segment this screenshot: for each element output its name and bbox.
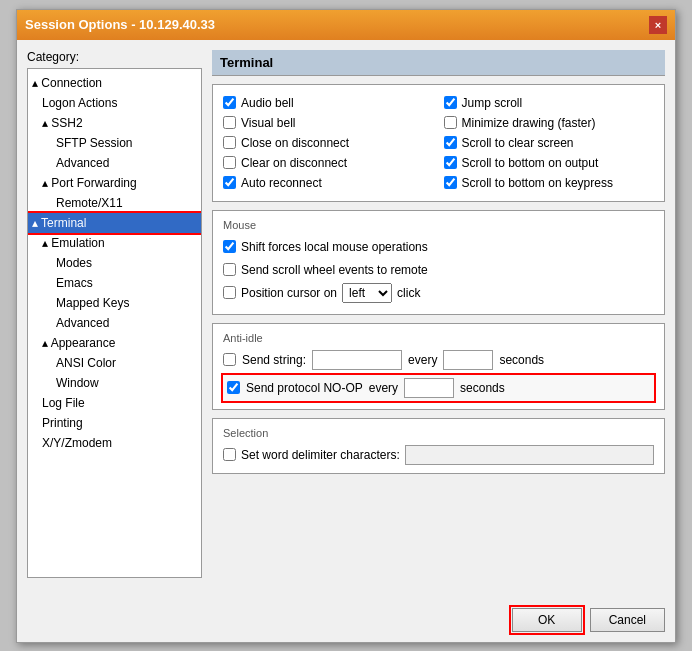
noop-every-label: every — [369, 381, 398, 395]
terminal-option: Jump scroll — [444, 93, 655, 113]
terminal-checkbox[interactable] — [444, 176, 457, 189]
position-cursor-label: Position cursor on — [241, 283, 337, 303]
tree-item-ansi-color[interactable]: ANSI Color — [28, 353, 201, 373]
tree-item-printing[interactable]: Printing — [28, 413, 201, 433]
tree-item-window[interactable]: Window — [28, 373, 201, 393]
tree-item-emulation[interactable]: ▴ Emulation — [28, 233, 201, 253]
word-delimiter-label: Set word delimiter characters: — [241, 445, 400, 465]
tree-item-connection[interactable]: ▴ Connection — [28, 73, 201, 93]
mouse-options: Shift forces local mouse operationsSend … — [223, 237, 654, 280]
click-label: click — [397, 283, 420, 303]
terminal-options-grid: Audio bellVisual bellClose on disconnect… — [223, 93, 654, 193]
mouse-option: Shift forces local mouse operations — [223, 237, 654, 257]
terminal-option-label: Audio bell — [241, 93, 294, 113]
word-delimiter-checkbox[interactable] — [223, 448, 236, 461]
mouse-section-title: Mouse — [223, 219, 654, 231]
selection-title: Selection — [223, 427, 654, 439]
send-string-seconds-input[interactable]: 300 — [443, 350, 493, 370]
ok-button[interactable]: OK — [512, 608, 582, 632]
tree-item-mapped-keys[interactable]: Mapped Keys — [28, 293, 201, 313]
anti-idle-section-box: Anti-idle Send string: every 300 seconds… — [212, 323, 665, 410]
cancel-button[interactable]: Cancel — [590, 608, 665, 632]
send-string-checkbox[interactable] — [223, 353, 236, 366]
button-row: OK Cancel — [17, 600, 675, 642]
noop-seconds-label: seconds — [460, 381, 505, 395]
every-label-1: every — [408, 353, 437, 367]
mouse-checkbox[interactable] — [223, 240, 236, 253]
tree-item-log-file[interactable]: Log File — [28, 393, 201, 413]
terminal-col1: Audio bellVisual bellClose on disconnect… — [223, 93, 434, 193]
seconds-label-1: seconds — [499, 353, 544, 367]
terminal-option: Scroll to bottom on output — [444, 153, 655, 173]
tree-item-advanced-ssh2[interactable]: Advanced — [28, 153, 201, 173]
mouse-option: Send scroll wheel events to remote — [223, 260, 654, 280]
terminal-checkbox[interactable] — [223, 116, 236, 129]
terminal-option-label: Minimize drawing (faster) — [462, 113, 596, 133]
terminal-option: Audio bell — [223, 93, 434, 113]
session-options-dialog: Session Options - 10.129.40.33 × Categor… — [16, 9, 676, 643]
tree-item-port-forwarding[interactable]: ▴ Port Forwarding — [28, 173, 201, 193]
tree-item-appearance[interactable]: ▴ Appearance — [28, 333, 201, 353]
noop-checkbox[interactable] — [227, 381, 240, 394]
anti-idle-title: Anti-idle — [223, 332, 654, 344]
terminal-checkbox[interactable] — [444, 116, 457, 129]
mouse-option-label: Send scroll wheel events to remote — [241, 260, 428, 280]
terminal-option-label: Scroll to bottom on output — [462, 153, 599, 173]
terminal-options-box: Audio bellVisual bellClose on disconnect… — [212, 84, 665, 202]
content-panel: Terminal Audio bellVisual bellClose on d… — [212, 50, 665, 590]
terminal-option-label: Close on disconnect — [241, 133, 349, 153]
mouse-checkbox[interactable] — [223, 263, 236, 276]
terminal-option-label: Clear on disconnect — [241, 153, 347, 173]
terminal-option-label: Jump scroll — [462, 93, 523, 113]
tree-item-terminal[interactable]: ▴ Terminal — [28, 213, 201, 233]
tree-item-remote-x11[interactable]: Remote/X11 — [28, 193, 201, 213]
title-bar: Session Options - 10.129.40.33 × — [17, 10, 675, 40]
terminal-checkbox[interactable] — [444, 96, 457, 109]
send-string-label: Send string: — [242, 353, 306, 367]
terminal-col2: Jump scrollMinimize drawing (faster)Scro… — [444, 93, 655, 193]
terminal-checkbox[interactable] — [223, 176, 236, 189]
section-header: Terminal — [212, 50, 665, 76]
position-cursor-select[interactable]: left right — [342, 283, 392, 303]
word-delimiter-input[interactable] — [405, 445, 654, 465]
noop-seconds-input[interactable]: 60 — [404, 378, 454, 398]
tree-item-xyz-modem[interactable]: X/Y/Zmodem — [28, 433, 201, 453]
category-panel: Category: ▴ ConnectionLogon Actions▴ SSH… — [27, 50, 202, 590]
terminal-option-label: Visual bell — [241, 113, 295, 133]
tree-item-sftp-session[interactable]: SFTP Session — [28, 133, 201, 153]
selection-row: Set word delimiter characters: — [223, 445, 654, 465]
send-string-input[interactable] — [312, 350, 402, 370]
terminal-option-label: Scroll to clear screen — [462, 133, 574, 153]
terminal-option: Close on disconnect — [223, 133, 434, 153]
terminal-checkbox[interactable] — [444, 156, 457, 169]
position-cursor-row: Position cursor on left right click — [223, 283, 654, 303]
tree-item-emacs[interactable]: Emacs — [28, 273, 201, 293]
noop-label: Send protocol NO-OP — [246, 381, 363, 395]
terminal-option: Minimize drawing (faster) — [444, 113, 655, 133]
position-cursor-checkbox[interactable] — [223, 286, 236, 299]
send-string-row: Send string: every 300 seconds — [223, 350, 654, 370]
category-label: Category: — [27, 50, 202, 64]
dialog-title: Session Options - 10.129.40.33 — [25, 17, 215, 32]
terminal-option: Visual bell — [223, 113, 434, 133]
terminal-option: Scroll to bottom on keypress — [444, 173, 655, 193]
tree-item-advanced-emulation[interactable]: Advanced — [28, 313, 201, 333]
tree-item-logon-actions[interactable]: Logon Actions — [28, 93, 201, 113]
terminal-option-label: Scroll to bottom on keypress — [462, 173, 613, 193]
selection-section-box: Selection Set word delimiter characters: — [212, 418, 665, 474]
tree-item-modes[interactable]: Modes — [28, 253, 201, 273]
tree-item-ssh2[interactable]: ▴ SSH2 — [28, 113, 201, 133]
terminal-option: Clear on disconnect — [223, 153, 434, 173]
mouse-section-box: Mouse Shift forces local mouse operation… — [212, 210, 665, 315]
terminal-option: Auto reconnect — [223, 173, 434, 193]
terminal-option: Scroll to clear screen — [444, 133, 655, 153]
terminal-option-label: Auto reconnect — [241, 173, 322, 193]
dialog-body: Category: ▴ ConnectionLogon Actions▴ SSH… — [17, 40, 675, 600]
mouse-option-label: Shift forces local mouse operations — [241, 237, 428, 257]
terminal-checkbox[interactable] — [223, 156, 236, 169]
noop-row: Send protocol NO-OP every 60 seconds — [223, 375, 654, 401]
terminal-checkbox[interactable] — [223, 136, 236, 149]
close-button[interactable]: × — [649, 16, 667, 34]
terminal-checkbox[interactable] — [223, 96, 236, 109]
terminal-checkbox[interactable] — [444, 136, 457, 149]
